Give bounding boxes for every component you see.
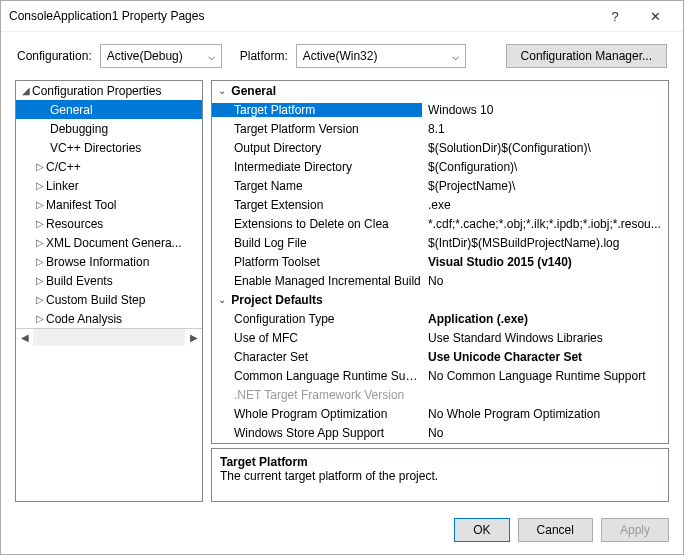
grid-section[interactable]: ⌄ General [212,81,668,100]
tree-item-label: Linker [46,179,79,193]
grid-value: Use Standard Windows Libraries [422,331,668,345]
dialog-footer: OK Cancel Apply [1,510,683,554]
grid-row[interactable]: Whole Program OptimizationNo Whole Progr… [212,404,668,423]
tree-item[interactable]: ▷Build Events [16,271,202,290]
grid-row[interactable]: Output Directory$(SolutionDir)$(Configur… [212,138,668,157]
tree-item[interactable]: ▷Manifest Tool [16,195,202,214]
grid-row[interactable]: Target Platform Version8.1 [212,119,668,138]
grid-key: Target Extension [212,198,422,212]
expander-open-icon: ⌄ [216,294,228,305]
grid-row[interactable]: Intermediate Directory$(Configuration)\ [212,157,668,176]
tree-item[interactable]: ▷C/C++ [16,157,202,176]
grid-value: $(ProjectName)\ [422,179,668,193]
apply-button: Apply [601,518,669,542]
configuration-value: Active(Debug) [107,49,183,63]
grid-key: Intermediate Directory [212,160,422,174]
help-button[interactable]: ? [595,9,635,24]
grid-value: *.cdf;*.cache;*.obj;*.ilk;*.ipdb;*.iobj;… [422,217,668,231]
grid-key: Configuration Type [212,312,422,326]
description-heading: Target Platform [220,455,660,469]
expander-open-icon: ⌄ [216,85,228,96]
tree-item-label: VC++ Directories [50,141,141,155]
grid-row[interactable]: Windows Store App SupportNo [212,423,668,442]
grid-value: .exe [422,198,668,212]
platform-combo[interactable]: Active(Win32) ⌵ [296,44,466,68]
grid-key: Character Set [212,350,422,364]
grid-key: Use of MFC [212,331,422,345]
tree-item-label: General [50,103,93,117]
grid-row[interactable]: Platform ToolsetVisual Studio 2015 (v140… [212,252,668,271]
grid-row[interactable]: Target Extension.exe [212,195,668,214]
ok-button[interactable]: OK [454,518,509,542]
tree-item-label: Debugging [50,122,108,136]
grid-value: $(SolutionDir)$(Configuration)\ [422,141,668,155]
configuration-combo[interactable]: Active(Debug) ⌵ [100,44,222,68]
grid-key: Common Language Runtime Sup... [212,369,422,383]
tree-scrollbar[interactable]: ◀ ▶ [16,328,202,346]
nav-tree[interactable]: ◢Configuration PropertiesGeneralDebuggin… [15,80,203,502]
expander-icon: ▷ [34,275,46,286]
grid-value: Use Unicode Character Set [422,350,668,364]
tree-item-label: Manifest Tool [46,198,116,212]
tree-item[interactable]: ▷Custom Build Step [16,290,202,309]
tree-item-label: Custom Build Step [46,293,145,307]
property-grid[interactable]: ⌄ GeneralTarget PlatformWindows 10Target… [211,80,669,444]
grid-row[interactable]: Configuration TypeApplication (.exe) [212,309,668,328]
tree-item-label: Code Analysis [46,312,122,326]
tree-root[interactable]: ◢Configuration Properties [16,81,202,100]
tree-item[interactable]: ▷Browse Information [16,252,202,271]
configuration-manager-button[interactable]: Configuration Manager... [506,44,667,68]
grid-row[interactable]: Build Log File$(IntDir)$(MSBuildProjectN… [212,233,668,252]
grid-section[interactable]: ⌄ Project Defaults [212,290,668,309]
scroll-right-icon[interactable]: ▶ [185,332,202,343]
tree-item-label: Browse Information [46,255,149,269]
cancel-button[interactable]: Cancel [518,518,593,542]
grid-value: No [422,274,668,288]
platform-label: Platform: [240,49,288,63]
grid-row[interactable]: Use of MFCUse Standard Windows Libraries [212,328,668,347]
grid-value: No Common Language Runtime Support [422,369,668,383]
tree-item[interactable]: ▷Linker [16,176,202,195]
grid-row[interactable]: Enable Managed Incremental BuildNo [212,271,668,290]
grid-row[interactable]: Target PlatformWindows 10 [212,100,668,119]
grid-row[interactable]: Target Name$(ProjectName)\ [212,176,668,195]
tree-item[interactable]: Debugging [16,119,202,138]
grid-key: Extensions to Delete on Clea [212,217,422,231]
chevron-down-icon: ⌵ [208,49,215,63]
tree-item[interactable]: ▷Resources [16,214,202,233]
description-panel: Target Platform The current target platf… [211,448,669,502]
grid-value: 8.1 [422,122,668,136]
window-title: ConsoleApplication1 Property Pages [9,9,595,23]
tree-item[interactable]: VC++ Directories [16,138,202,157]
grid-key: .NET Target Framework Version [212,388,422,402]
expander-icon: ▷ [34,199,46,210]
grid-row[interactable]: Extensions to Delete on Clea*.cdf;*.cach… [212,214,668,233]
configuration-label: Configuration: [17,49,92,63]
grid-value: Application (.exe) [422,312,668,326]
scroll-left-icon[interactable]: ◀ [16,332,33,343]
chevron-down-icon: ⌵ [452,49,459,63]
close-button[interactable]: ✕ [635,9,675,24]
grid-key: Target Name [212,179,422,193]
tree-item[interactable]: General [16,100,202,119]
tree-item[interactable]: ▷Code Analysis [16,309,202,328]
grid-key: Output Directory [212,141,422,155]
tree-item[interactable]: ▷XML Document Genera... [16,233,202,252]
grid-value: No [422,426,668,440]
tree-item-label: Resources [46,217,103,231]
grid-key: Platform Toolset [212,255,422,269]
tree-item-label: Build Events [46,274,113,288]
grid-key: Build Log File [212,236,422,250]
grid-value: Visual Studio 2015 (v140) [422,255,668,269]
grid-key: Enable Managed Incremental Build [212,274,422,288]
grid-value: $(IntDir)$(MSBuildProjectName).log [422,236,668,250]
description-text: The current target platform of the proje… [220,469,660,483]
grid-row[interactable]: Common Language Runtime Sup...No Common … [212,366,668,385]
grid-row[interactable]: Character SetUse Unicode Character Set [212,347,668,366]
grid-value: No Whole Program Optimization [422,407,668,421]
config-row: Configuration: Active(Debug) ⌵ Platform:… [1,32,683,80]
expander-icon: ▷ [34,256,46,267]
expander-icon: ▷ [34,218,46,229]
expander-icon: ▷ [34,237,46,248]
grid-row[interactable]: .NET Target Framework Version [212,385,668,404]
